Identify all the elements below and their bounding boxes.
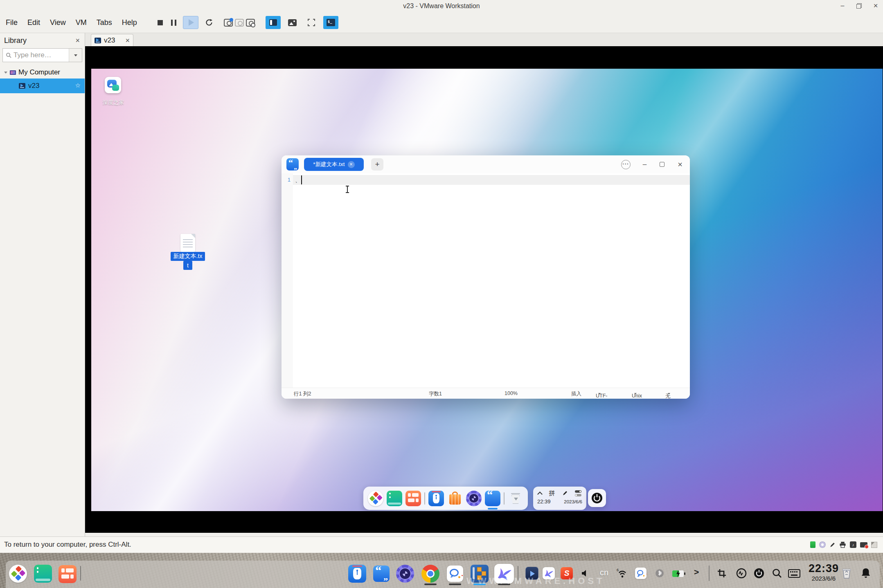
- host-file-manager-icon[interactable]: [34, 565, 52, 583]
- editor-menu-icon[interactable]: [621, 160, 631, 169]
- printer-icon[interactable]: [839, 541, 846, 548]
- tree-item-my-computer[interactable]: My Computer: [0, 66, 85, 79]
- capture-screen-icon[interactable]: [285, 16, 300, 29]
- host-text-editor-icon[interactable]: [373, 566, 390, 582]
- text-editor-icon[interactable]: [485, 491, 500, 506]
- vmware-window: v23 - VMware Workstation File Edit View …: [0, 0, 883, 553]
- menu-view[interactable]: View: [50, 18, 66, 27]
- menu-help[interactable]: Help: [122, 18, 137, 27]
- power-off-icon[interactable]: [158, 20, 163, 25]
- editor-text-area[interactable]: 1 、: [282, 173, 690, 388]
- host-browser-icon[interactable]: [348, 565, 366, 583]
- tab-label: v23: [104, 36, 122, 45]
- sidebar-icon: [269, 19, 277, 26]
- menu-tabs[interactable]: Tabs: [97, 18, 112, 27]
- svg-text:6: 6: [617, 568, 619, 572]
- app-store-icon[interactable]: [447, 491, 463, 506]
- editor-tab-close-icon[interactable]: [348, 161, 355, 168]
- minimize-icon[interactable]: [838, 2, 847, 10]
- file-name-line2[interactable]: t: [183, 261, 192, 270]
- new-tab-button[interactable]: [371, 158, 383, 171]
- tab-close-icon[interactable]: [125, 36, 130, 45]
- settings-toggles-icon[interactable]: [575, 490, 581, 496]
- insert-mode[interactable]: 插入: [571, 391, 581, 397]
- bluetooth-icon[interactable]: [655, 569, 664, 578]
- vm-tab-bar: v23: [85, 33, 883, 46]
- restore-icon[interactable]: [856, 3, 862, 9]
- tab-v23[interactable]: v23: [91, 34, 133, 47]
- display-icon[interactable]: [860, 542, 867, 548]
- editor-close-icon[interactable]: [678, 160, 683, 169]
- revert-snapshot-icon[interactable]: [235, 19, 244, 27]
- host-clock[interactable]: 22:39 2023/6/6: [801, 562, 846, 582]
- launcher-icon[interactable]: [368, 491, 383, 506]
- tree-item-vm-v23[interactable]: v23: [0, 79, 85, 93]
- message-corner-icon[interactable]: [871, 542, 877, 548]
- trash-icon[interactable]: [508, 491, 523, 506]
- chevron-down-icon: [634, 393, 637, 396]
- battery-icon[interactable]: [672, 570, 686, 578]
- snapshot-manager-icon[interactable]: [246, 19, 255, 27]
- library-search-input[interactable]: Type here…: [2, 48, 82, 62]
- editor-app-icon: [286, 158, 299, 171]
- vmware-titlebar[interactable]: v23 - VMware Workstation: [0, 0, 883, 12]
- resume-button[interactable]: [183, 16, 198, 29]
- chat-tray-icon[interactable]: [635, 568, 646, 579]
- menu-edit[interactable]: Edit: [27, 18, 40, 27]
- menu-vm[interactable]: VM: [76, 18, 87, 27]
- restart-icon[interactable]: [205, 18, 213, 27]
- browser-icon[interactable]: [428, 491, 444, 506]
- toggle-library-button[interactable]: [266, 16, 281, 29]
- suspend-icon[interactable]: [171, 20, 176, 26]
- leaf-bubble-icon: [112, 85, 119, 91]
- vm-display[interactable]: 深度之家 新建文本.tx t *新建文本.txt: [85, 46, 883, 533]
- dock-separator: [504, 492, 505, 505]
- guest-power-button[interactable]: [588, 489, 606, 507]
- host-control-center-icon[interactable]: [396, 565, 414, 583]
- notification-bell-icon[interactable]: [860, 567, 872, 579]
- editor-minimize-icon[interactable]: [643, 160, 646, 168]
- file-name-line1[interactable]: 新建文本.tx: [171, 252, 205, 261]
- desktop-icon-text-file[interactable]: [180, 234, 195, 252]
- onscreen-keyboard-icon[interactable]: [788, 569, 800, 578]
- guest-clock[interactable]: 22:39: [537, 498, 551, 505]
- virtual-console-button[interactable]: [323, 16, 338, 29]
- editor-tab[interactable]: *新建文本.txt: [304, 158, 364, 171]
- tray-expand-icon[interactable]: >: [694, 567, 699, 577]
- tray-expand-icon[interactable]: [537, 491, 543, 497]
- line-number: 1: [282, 177, 291, 183]
- chrome-icon[interactable]: [421, 565, 439, 583]
- input-method-indicator[interactable]: 拼: [549, 489, 555, 497]
- cd-rom-icon[interactable]: [819, 541, 826, 548]
- system-monitor-icon[interactable]: [736, 568, 747, 579]
- sound-icon[interactable]: [850, 541, 856, 548]
- multitasking-icon[interactable]: [405, 491, 421, 506]
- running-indicator: [424, 584, 437, 585]
- desktop-icon-deepin-home[interactable]: [105, 77, 121, 93]
- hard-disk-icon[interactable]: [810, 541, 815, 548]
- search-icon[interactable]: [772, 568, 782, 579]
- favorite-star-icon[interactable]: [75, 81, 81, 90]
- host-multitasking-icon[interactable]: [59, 565, 77, 583]
- pen-icon[interactable]: [829, 542, 836, 548]
- guest-date[interactable]: 2023/6/6: [564, 499, 582, 504]
- close-icon[interactable]: [872, 2, 880, 10]
- control-center-icon[interactable]: [466, 491, 482, 506]
- chat-app-icon[interactable]: [447, 566, 463, 582]
- library-close-icon[interactable]: [75, 36, 80, 45]
- tray-separator: [709, 566, 710, 581]
- host-trash-icon[interactable]: [841, 568, 852, 579]
- take-snapshot-icon[interactable]: [224, 19, 233, 27]
- expander-icon[interactable]: [4, 72, 7, 75]
- editor-maximize-icon[interactable]: [660, 162, 665, 167]
- power-icon[interactable]: [754, 568, 764, 579]
- pen-icon[interactable]: [562, 490, 568, 496]
- fullscreen-icon[interactable]: [304, 16, 319, 29]
- search-dropdown-button[interactable]: [69, 49, 82, 62]
- screenshot-icon[interactable]: [716, 568, 727, 579]
- wifi-icon[interactable]: 6: [616, 568, 628, 579]
- menu-file[interactable]: File: [6, 18, 18, 27]
- editor-titlebar[interactable]: *新建文本.txt: [282, 155, 690, 173]
- file-manager-icon[interactable]: [387, 491, 402, 506]
- host-launcher-icon[interactable]: [9, 565, 27, 583]
